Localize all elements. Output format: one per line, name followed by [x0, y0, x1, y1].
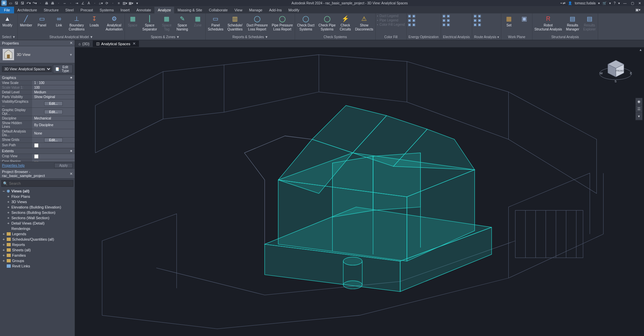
menu-tab-steel[interactable]: Steel — [62, 7, 77, 13]
undo-icon[interactable]: ↶▾ — [26, 1, 31, 5]
align-icon[interactable]: ⇥ — [74, 1, 79, 5]
ribbon-group-label[interactable]: Spaces & Zones ▼ — [125, 34, 205, 40]
sync-icon[interactable]: ⟳ — [104, 1, 109, 5]
print-icon[interactable]: 🖶 — [44, 1, 49, 5]
text-icon[interactable]: A — [86, 1, 91, 5]
tree-node[interactable]: +Families — [0, 253, 75, 258]
redo-icon[interactable]: ↷▾ — [32, 1, 37, 5]
tree-node[interactable]: +Detail Views (Detail) — [0, 221, 75, 226]
tree-node[interactable]: +Groups — [0, 258, 75, 263]
property-edit-button[interactable]: Edit... — [44, 110, 63, 114]
properties-header[interactable]: Properties ✕ — [0, 40, 75, 46]
property-value[interactable]: None — [32, 129, 75, 137]
ribbon-button[interactable]: ⚙AnalyticalAutomation — [103, 13, 125, 32]
apps-icon[interactable]: 🛒 — [602, 1, 606, 5]
ribbon-button[interactable]: ▦Set — [501, 13, 517, 28]
tree-node[interactable]: +Sections (Building Section) — [0, 210, 75, 215]
ribbon-mini-icon[interactable]: ▣▣ — [408, 18, 425, 22]
tree-node[interactable]: +Elevations (Building Elevation) — [0, 204, 75, 210]
ribbon-group-label[interactable]: Energy Optimization — [407, 34, 441, 40]
save-icon[interactable]: 🖫 — [14, 1, 19, 5]
property-checkbox[interactable] — [34, 161, 39, 162]
tree-twisty-icon[interactable]: + — [2, 259, 5, 263]
property-value[interactable] — [32, 159, 75, 162]
maximize-icon[interactable]: ▢ — [630, 1, 635, 5]
ribbon-mini-icon[interactable]: ▣▣ — [442, 14, 460, 18]
tree-twisty-icon[interactable]: + — [2, 248, 5, 252]
ribbon-button[interactable]: ⚠ShowDisconnects — [353, 13, 375, 32]
menu-tab-collaborate[interactable]: Collaborate — [206, 7, 231, 13]
ribbon-button[interactable]: ▥Schedule/Quantities — [225, 13, 244, 32]
tree-twisty-icon[interactable]: + — [7, 194, 10, 198]
ribbon-button[interactable]: ↧Loads — [86, 13, 102, 28]
ribbon-group-label[interactable]: Electrical Analysis — [441, 34, 472, 40]
property-value[interactable] — [32, 143, 75, 148]
angle-icon[interactable]: ∠ — [80, 1, 85, 5]
ribbon-button[interactable]: RRobotStructural Analysis — [532, 13, 564, 32]
view-tab[interactable]: ◫Analytical Spaces✕ — [93, 40, 139, 47]
menu-tab-manage[interactable]: Manage — [246, 7, 266, 13]
signin-icon[interactable]: • ⇄ — [561, 1, 565, 5]
view-scroll-top[interactable]: ▴ — [639, 48, 644, 336]
view-cube[interactable]: S E W FRONT — [597, 51, 634, 88]
tree-node[interactable]: –◉Views (all) — [0, 188, 75, 194]
tree-node[interactable]: +3D Views — [0, 199, 75, 204]
ribbon-mini-icon[interactable]: ▣▣ — [442, 23, 460, 26]
menu-tab-add-ins[interactable]: Add-Ins — [266, 7, 285, 13]
help-icon[interactable]: ? — [614, 1, 616, 5]
instance-selector[interactable]: 3D View: Analytical Spaces — [2, 66, 52, 72]
ribbon-button[interactable]: ▤ResultsManager — [564, 13, 581, 32]
ribbon-group-label[interactable]: Color Fill — [376, 34, 406, 40]
switch-icon[interactable]: ▦▾ — [129, 1, 133, 5]
browser-close-icon[interactable]: ✕ — [70, 172, 73, 176]
ribbon-button[interactable]: ∞Link — [51, 13, 67, 28]
printquick-icon[interactable]: 🖶 — [50, 1, 55, 5]
property-value[interactable]: Mechanical — [32, 116, 75, 120]
open-icon[interactable]: ▭ — [8, 1, 13, 5]
search-input[interactable] — [1, 180, 73, 187]
ribbon-button[interactable]: ✎SpaceNaming — [174, 13, 190, 32]
qat-dd-icon[interactable]: ▾ — [135, 1, 139, 5]
tree-node[interactable]: +Floor Plans — [0, 194, 75, 199]
user-dd-icon[interactable]: ▾ — [598, 1, 600, 5]
property-value[interactable]: By Discipline — [32, 121, 75, 129]
tree-twisty-icon[interactable]: + — [7, 211, 10, 215]
close-icon[interactable]: ✕ — [637, 1, 642, 5]
tree-node[interactable]: +Schedules/Quantities (all) — [0, 237, 75, 242]
menu-tab-view[interactable]: View — [231, 7, 246, 13]
edit-type-button[interactable]: 📑 Edit Type — [53, 65, 73, 73]
ribbon-group-label[interactable]: Route Analysis ▾ — [472, 34, 501, 40]
close-h-icon[interactable]: ▥▾ — [123, 1, 127, 5]
tree-twisty-icon[interactable]: + — [2, 237, 5, 241]
tree-node[interactable]: +Sections (Wall Section) — [0, 215, 75, 221]
property-value[interactable]: Edit... — [32, 138, 75, 143]
file-tab[interactable]: File — [0, 7, 14, 13]
menu-tab-architecture[interactable]: Architecture — [14, 7, 41, 13]
tree-node[interactable]: +Sheets (all) — [0, 247, 75, 253]
type-selector[interactable]: 3D View ▾ — [0, 46, 75, 63]
tree-node[interactable]: Revit Links — [0, 263, 75, 269]
tree-twisty-icon[interactable]: + — [7, 200, 10, 204]
tree-twisty-icon[interactable]: + — [2, 253, 5, 257]
thin-icon[interactable]: ≡ — [117, 1, 121, 5]
tree-twisty-icon[interactable]: + — [7, 216, 10, 220]
property-value[interactable]: 1 : 100 — [32, 81, 75, 85]
project-tree[interactable]: –◉Views (all)+Floor Plans+3D Views+Eleva… — [0, 188, 75, 336]
menu-tab-massing-site[interactable]: Massing & Site — [174, 7, 205, 13]
property-value[interactable]: Edit... — [32, 108, 75, 116]
tree-twisty-icon[interactable]: – — [2, 189, 5, 193]
properties-close-icon[interactable]: ✕ — [70, 41, 73, 45]
user-icon[interactable]: 👤 — [568, 1, 572, 5]
ribbon-button[interactable]: ▭PanelSchedules — [206, 13, 225, 32]
saveall-icon[interactable]: 🖫 — [20, 1, 25, 5]
ribbon-button[interactable]: ◯Duct PressureLoss Report — [244, 13, 270, 32]
help-dd-icon[interactable]: ▾ — [618, 1, 620, 5]
property-value[interactable]: Show Original — [32, 95, 75, 99]
apply-button[interactable]: Apply — [54, 163, 73, 168]
property-value[interactable]: Medium — [32, 90, 75, 94]
viewport-3d[interactable]: .wf { fill:none; stroke:#74809a; stroke-… — [75, 48, 644, 336]
ribbon-group-label[interactable]: Structural Analysis — [532, 34, 598, 40]
property-checkbox[interactable] — [34, 154, 39, 159]
ribbon-button[interactable]: ⚡CheckCircuits — [338, 13, 353, 32]
ribbon-button[interactable]: ▲Modify — [0, 13, 15, 28]
